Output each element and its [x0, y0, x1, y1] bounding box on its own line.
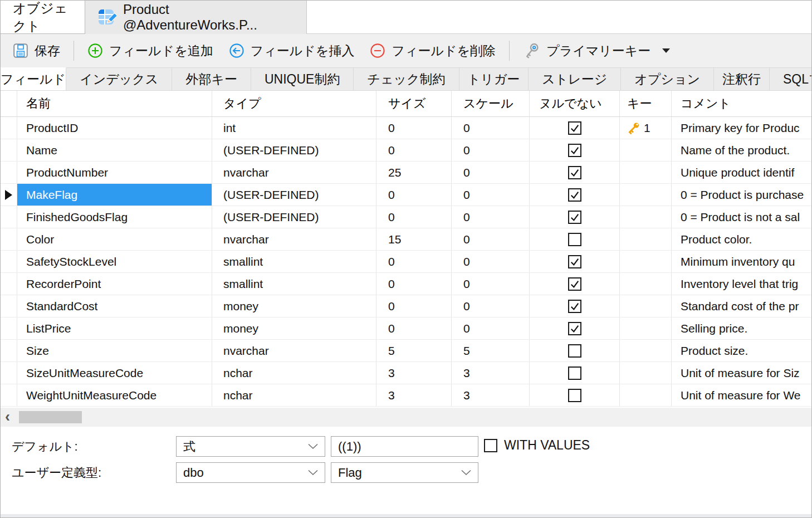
column-header-name[interactable]: 名前	[17, 91, 212, 116]
field-size-cell[interactable]: 0	[376, 206, 452, 228]
field-scale-cell[interactable]: 0	[452, 162, 530, 183]
row-selector[interactable]	[1, 162, 17, 183]
field-comment-cell[interactable]: Unit of measure for Siz	[672, 362, 811, 384]
primary-key-button[interactable]: プライマリーキー	[515, 38, 678, 63]
scrollbar-thumb[interactable]	[19, 411, 82, 423]
field-type-cell[interactable]: (USER-DEFINED)	[212, 206, 376, 228]
not-null-cell[interactable]	[530, 251, 620, 272]
table-row[interactable]: Size nvarchar 5 5 Product size.	[1, 340, 811, 362]
with-values-checkbox[interactable]	[484, 439, 497, 452]
not-null-checkbox[interactable]	[568, 344, 581, 358]
field-comment-cell[interactable]: Product size.	[672, 340, 811, 361]
field-type-cell[interactable]: nvarchar	[212, 162, 376, 183]
field-scale-cell[interactable]: 0	[452, 295, 530, 317]
field-scale-cell[interactable]: 0	[452, 251, 530, 272]
field-type-cell[interactable]: smallint	[212, 251, 376, 272]
key-cell[interactable]	[620, 295, 672, 317]
field-scale-cell[interactable]: 0	[452, 206, 530, 228]
column-header-not-null[interactable]: ヌルでない	[530, 91, 620, 116]
not-null-checkbox[interactable]	[568, 166, 581, 179]
tab-triggers[interactable]: トリガー	[459, 67, 529, 91]
field-name-cell[interactable]: ListPrice	[17, 317, 212, 339]
key-cell[interactable]	[620, 228, 672, 250]
tab-foreign-keys[interactable]: 外部キー	[172, 67, 251, 91]
tab-comment-lines[interactable]: 注釈行	[714, 67, 770, 91]
field-scale-cell[interactable]: 0	[452, 228, 530, 250]
not-null-checkbox[interactable]	[568, 188, 581, 202]
field-comment-cell[interactable]: Name of the product.	[672, 139, 811, 161]
tab-product-designer[interactable]: Product @AdventureWorks.P...	[85, 1, 307, 34]
field-size-cell[interactable]: 3	[376, 362, 452, 384]
field-type-cell[interactable]: nchar	[212, 362, 376, 384]
key-cell[interactable]	[620, 184, 672, 206]
not-null-checkbox[interactable]	[568, 277, 581, 291]
row-selector[interactable]	[1, 228, 17, 250]
not-null-checkbox[interactable]	[568, 366, 581, 380]
row-selector[interactable]	[1, 139, 17, 161]
field-comment-cell[interactable]: Primary key for Produc	[672, 117, 811, 139]
field-comment-cell[interactable]: Inventory level that trig	[672, 273, 811, 295]
insert-field-button[interactable]: フィールドを挿入	[221, 38, 363, 63]
not-null-cell[interactable]	[530, 317, 620, 339]
field-name-cell[interactable]: Size	[17, 340, 212, 361]
field-name-cell[interactable]: ProductID	[17, 117, 212, 139]
field-scale-cell[interactable]: 3	[452, 362, 530, 384]
not-null-checkbox[interactable]	[568, 255, 581, 268]
key-cell[interactable]	[620, 384, 672, 406]
field-size-cell[interactable]: 15	[376, 228, 452, 250]
field-name-cell[interactable]: MakeFlag	[17, 184, 212, 206]
tab-indexes[interactable]: インデックス	[66, 67, 172, 91]
field-type-cell[interactable]: (USER-DEFINED)	[212, 184, 376, 206]
field-comment-cell[interactable]: Selling price.	[672, 317, 811, 339]
tab-check-constraints[interactable]: チェック制約	[354, 67, 459, 91]
field-scale-cell[interactable]: 0	[452, 184, 530, 206]
column-header-comment[interactable]: コメント	[672, 91, 811, 116]
scroll-left-arrow-icon[interactable]: ‹	[5, 408, 10, 426]
table-row[interactable]: ListPrice money 0 0 Selling pri	[1, 317, 811, 340]
not-null-cell[interactable]	[530, 295, 620, 317]
field-type-cell[interactable]: money	[212, 295, 376, 317]
field-comment-cell[interactable]: 0 = Product is not a sal	[672, 206, 811, 228]
field-type-cell[interactable]: nchar	[212, 384, 376, 406]
field-name-cell[interactable]: FinishedGoodsFlag	[17, 206, 212, 228]
not-null-cell[interactable]	[530, 117, 620, 139]
not-null-cell[interactable]	[530, 139, 620, 161]
field-name-cell[interactable]: Color	[17, 228, 212, 250]
add-field-button[interactable]: フィールドを追加	[80, 38, 221, 63]
key-cell[interactable]	[620, 317, 672, 339]
key-cell[interactable]	[620, 251, 672, 272]
table-row[interactable]: ProductNumber nvarchar 25 0 Uni	[1, 162, 811, 184]
column-header-scale[interactable]: スケール	[452, 91, 530, 116]
field-type-cell[interactable]: nvarchar	[212, 228, 376, 250]
not-null-cell[interactable]	[530, 273, 620, 295]
field-size-cell[interactable]: 0	[376, 184, 452, 206]
table-row[interactable]: WeightUnitMeasureCode nchar 3 3	[1, 384, 811, 407]
not-null-cell[interactable]	[530, 184, 620, 206]
tab-fields[interactable]: フィールド	[1, 67, 66, 91]
key-cell[interactable]: 1	[620, 117, 672, 139]
column-header-size[interactable]: サイズ	[376, 91, 452, 116]
field-scale-cell[interactable]: 0	[452, 139, 530, 161]
tab-sql-preview[interactable]: SQLプレビュー	[770, 67, 811, 91]
field-scale-cell[interactable]: 0	[452, 117, 530, 139]
tab-options[interactable]: オプション	[621, 67, 714, 91]
field-type-cell[interactable]: smallint	[212, 273, 376, 295]
key-cell[interactable]	[620, 340, 672, 361]
not-null-cell[interactable]	[530, 340, 620, 361]
field-type-cell[interactable]: int	[212, 117, 376, 139]
not-null-checkbox[interactable]	[568, 389, 581, 402]
with-values-option[interactable]: WITH VALUES	[484, 438, 590, 453]
field-size-cell[interactable]: 0	[376, 117, 452, 139]
table-row[interactable]: SafetyStockLevel smallint 0 0 M	[1, 251, 811, 273]
field-name-cell[interactable]: ProductNumber	[17, 162, 212, 183]
default-kind-select[interactable]: 式	[176, 436, 325, 457]
field-comment-cell[interactable]: Minimum inventory qu	[672, 251, 811, 272]
field-scale-cell[interactable]: 0	[452, 317, 530, 339]
not-null-checkbox[interactable]	[568, 121, 581, 135]
field-size-cell[interactable]: 25	[376, 162, 452, 183]
field-type-cell[interactable]: money	[212, 317, 376, 339]
table-row[interactable]: FinishedGoodsFlag (USER-DEFINED) 0 0	[1, 206, 811, 228]
not-null-checkbox[interactable]	[568, 233, 581, 246]
row-selector[interactable]	[1, 295, 17, 317]
key-cell[interactable]	[620, 273, 672, 295]
